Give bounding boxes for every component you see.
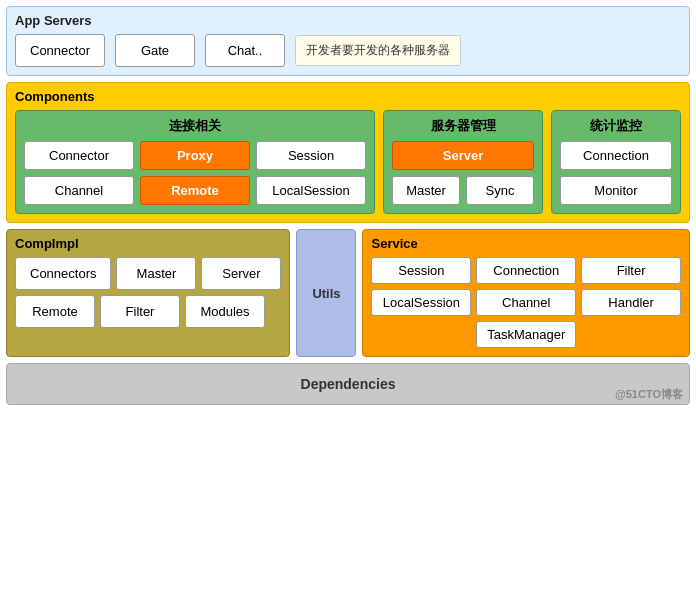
server-row-2: Master Sync — [392, 176, 534, 205]
utils-box: Utils — [296, 229, 356, 357]
service-row-2: LocalSession Channel Handler — [371, 289, 681, 316]
server-comp-box[interactable]: Server — [392, 141, 534, 170]
compimpl-label: CompImpl — [15, 236, 281, 251]
connector-box[interactable]: Connector — [15, 34, 105, 67]
filter-impl-box[interactable]: Filter — [100, 295, 180, 328]
gate-box[interactable]: Gate — [115, 34, 195, 67]
watermark: @51CTO博客 — [615, 387, 683, 402]
components-section: Components 连接相关 Connector Proxy Session … — [6, 82, 690, 223]
stats-row-1: Connection — [560, 141, 672, 170]
chat-box[interactable]: Chat.. — [205, 34, 285, 67]
localsession-service-box[interactable]: LocalSession — [371, 289, 471, 316]
bottom-row: CompImpl Connectors Master Server Remote… — [6, 229, 690, 357]
proxy-comp-box[interactable]: Proxy — [140, 141, 250, 170]
service-row-1: Session Connection Filter — [371, 257, 681, 284]
comp-row-1: Connector Proxy Session — [24, 141, 366, 170]
localsession-comp-box[interactable]: LocalSession — [256, 176, 366, 205]
connector-comp-box[interactable]: Connector — [24, 141, 134, 170]
session-service-box[interactable]: Session — [371, 257, 471, 284]
sync-comp-box[interactable]: Sync — [466, 176, 534, 205]
channel-service-box[interactable]: Channel — [476, 289, 576, 316]
connection-service-box[interactable]: Connection — [476, 257, 576, 284]
monitor-box[interactable]: Monitor — [560, 176, 672, 205]
remote-impl-box[interactable]: Remote — [15, 295, 95, 328]
taskmanager-service-box[interactable]: TaskManager — [476, 321, 576, 348]
comp-row-2: Channel Remote LocalSession — [24, 176, 366, 205]
channel-comp-box[interactable]: Channel — [24, 176, 134, 205]
handler-service-box[interactable]: Handler — [581, 289, 681, 316]
service-label: Service — [371, 236, 681, 251]
tooltip-box: 开发者要开发的各种服务器 — [295, 35, 461, 66]
master-impl-box[interactable]: Master — [116, 257, 196, 290]
stats-label: 统计监控 — [560, 117, 672, 135]
stats-group: 统计监控 Connection Monitor — [551, 110, 681, 214]
server-impl-box[interactable]: Server — [201, 257, 281, 290]
service-grid: Session Connection Filter LocalSession C… — [371, 257, 681, 348]
dependencies-section: Dependencies @51CTO博客 — [6, 363, 690, 405]
compimpl-section: CompImpl Connectors Master Server Remote… — [6, 229, 290, 357]
server-mgmt-group: 服务器管理 Server Master Sync — [383, 110, 543, 214]
server-row-1: Server — [392, 141, 534, 170]
modules-impl-box[interactable]: Modules — [185, 295, 265, 328]
connectors-box[interactable]: Connectors — [15, 257, 111, 290]
compimpl-row-1: Connectors Master Server — [15, 257, 281, 290]
compimpl-row-2: Remote Filter Modules — [15, 295, 281, 328]
connection-group: 连接相关 Connector Proxy Session Channel Rem… — [15, 110, 375, 214]
server-mgmt-label: 服务器管理 — [392, 117, 534, 135]
components-inner: 连接相关 Connector Proxy Session Channel Rem… — [15, 110, 681, 214]
app-servers-label: App Servers — [15, 13, 681, 28]
service-section: Service Session Connection Filter LocalS… — [362, 229, 690, 357]
filter-service-box[interactable]: Filter — [581, 257, 681, 284]
components-label: Components — [15, 89, 681, 104]
session-comp-box[interactable]: Session — [256, 141, 366, 170]
app-servers-row: Connector Gate Chat.. 开发者要开发的各种服务器 — [15, 34, 681, 67]
dependencies-label: Dependencies — [301, 376, 396, 392]
connection-stats-box[interactable]: Connection — [560, 141, 672, 170]
app-servers-section: App Servers Connector Gate Chat.. 开发者要开发… — [6, 6, 690, 76]
service-row-3: TaskManager — [371, 321, 681, 348]
stats-row-2: Monitor — [560, 176, 672, 205]
main-container: App Servers Connector Gate Chat.. 开发者要开发… — [0, 0, 696, 411]
compimpl-grid: Connectors Master Server Remote Filter M… — [15, 257, 281, 328]
master-comp-box[interactable]: Master — [392, 176, 460, 205]
remote-comp-box[interactable]: Remote — [140, 176, 250, 205]
connection-group-label: 连接相关 — [24, 117, 366, 135]
